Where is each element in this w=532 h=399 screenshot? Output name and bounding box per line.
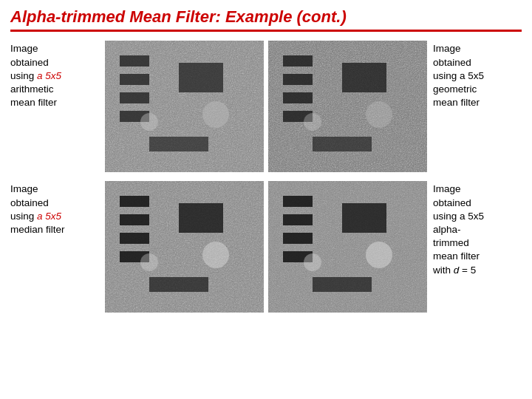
label-highlight3: a 5x5 [37,70,61,81]
svg-point-28 [202,242,229,268]
top-image-right-svg [268,41,427,172]
label-line1: Image [10,43,38,54]
bottom-right-line2: obtained [433,197,471,208]
svg-point-9 [140,113,158,131]
svg-rect-2 [120,55,149,66]
top-image-pair [105,41,427,172]
label-line3: using [10,70,37,81]
svg-rect-6 [179,63,223,92]
svg-rect-27 [149,277,208,292]
bottom-right-highlight3: a 5x5 [460,211,484,222]
bottom-right-line5: trimmed [433,237,469,248]
label-line5: mean filter [10,97,57,108]
svg-point-38 [366,242,392,268]
svg-rect-12 [283,55,313,66]
svg-rect-4 [120,92,149,103]
page-title: Alpha-trimmed Mean Filter: Example (cont… [10,7,522,27]
label-line2: obtained [10,57,49,68]
bottom-image-pair [105,181,427,313]
bottom-right-line7: with [433,265,454,276]
svg-rect-37 [313,277,372,292]
bottom-right-line4: alpha- [433,224,461,235]
bottom-right-line1: Image [433,183,461,194]
right-label-line1: Image [433,43,461,54]
svg-rect-17 [313,137,372,151]
bottom-row: Image obtained using a 5x5 median filter [10,181,522,317]
bottom-left-label: Image obtained using a 5x5 median filter [10,181,99,236]
header: Alpha-trimmed Mean Filter: Example (cont… [10,7,522,32]
bottom-label-line4: median filter [10,224,65,235]
right-label-line4: geometric [433,83,477,95]
svg-point-8 [202,101,229,128]
bottom-image-left-svg [105,181,264,313]
bottom-label-line2: obtained [10,197,49,208]
bottom-right-label: Image obtained using a 5x5 alpha- trimme… [433,181,522,277]
top-image-left-svg [105,41,264,172]
bottom-image-right [268,181,427,313]
svg-point-19 [304,113,321,131]
right-label-highlight3: a 5x5 [460,70,484,81]
top-left-label: Image obtained using a 5x5 arithmetic me… [10,41,99,109]
title-main: Alpha-trimmed Mean Filter: Example [10,7,292,26]
right-label-line5: mean filter [433,97,480,108]
bottom-label-line1: Image [10,183,38,194]
right-label-line2: obtained [433,57,471,68]
svg-point-39 [304,253,321,271]
svg-rect-14 [283,92,313,103]
svg-rect-23 [120,214,149,225]
svg-rect-32 [283,196,313,207]
svg-rect-3 [120,74,149,85]
page: Alpha-trimmed Mean Filter: Example (cont… [0,0,532,399]
svg-rect-33 [283,214,313,225]
bottom-right-line6: mean filter [433,250,480,262]
bottom-label-line3: using [10,211,37,222]
content-area: Image obtained using a 5x5 arithmetic me… [10,41,522,392]
svg-rect-26 [179,203,223,233]
title-cont: (cont.) [297,7,347,26]
svg-rect-16 [342,63,386,92]
top-right-label: Image obtained using a 5x5 geometric mea… [433,41,522,109]
svg-rect-24 [120,233,149,244]
top-image-left [105,41,264,172]
svg-rect-7 [149,137,208,151]
svg-point-29 [140,253,158,271]
svg-rect-34 [283,233,313,244]
svg-rect-36 [342,203,386,233]
bottom-right-line7b: = 5 [459,265,476,276]
label-line4: arithmetic [10,83,54,95]
top-image-right [268,41,427,172]
svg-rect-22 [120,196,149,207]
svg-rect-13 [283,74,313,85]
bottom-image-right-svg [268,181,427,313]
bottom-image-left [105,181,264,313]
bottom-right-line3: using [433,211,460,222]
top-row: Image obtained using a 5x5 arithmetic me… [10,41,522,172]
bottom-label-highlight3: a 5x5 [37,211,61,222]
svg-point-18 [366,101,392,128]
right-label-line3: using [433,70,460,81]
